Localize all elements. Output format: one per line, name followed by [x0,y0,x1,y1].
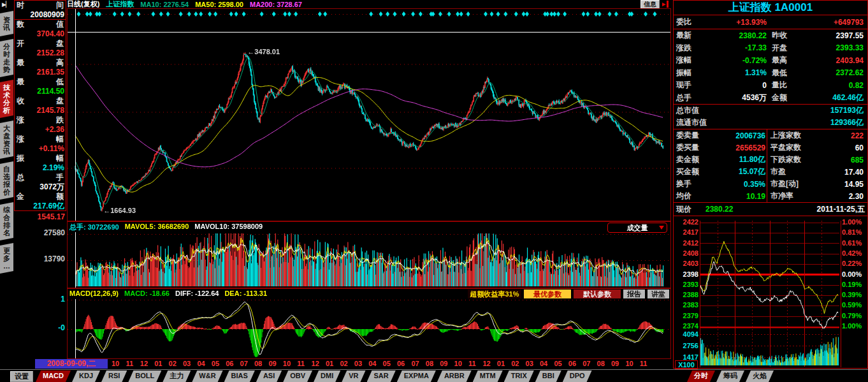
divider [14,19,66,20]
volume-indicator-selector[interactable]: 成交量 [607,223,667,233]
mini-percent-label: 0.22% [842,260,866,267]
mini-volume-label: 2756 [674,342,698,349]
right-tab[interactable]: 分时 [687,371,715,382]
month-label: 04 [197,360,205,367]
intraday-mini-chart[interactable]: 2422241724122408240323982393238823832379… [674,221,867,368]
month-label: 10 [454,360,462,367]
month-label: 10 [112,360,119,367]
indicator-tab-rsi[interactable]: RSI [101,371,127,382]
info-row-value: 217.69亿 [15,202,66,211]
indicator-tab-sar[interactable]: SAR [367,371,396,382]
indicator-tab-dpo[interactable]: DPO [563,371,592,382]
sidebar-tab-2[interactable]: 分时走势 [0,39,13,77]
current-price-row: 现价 2380.22 2011-11-25,五 [674,203,867,216]
indicator-tab-主力[interactable]: 主力 [163,371,191,382]
info-row-value: 2.19% [15,163,66,173]
lecture-button[interactable]: 讲堂 [647,290,669,298]
indicator-tab-asi[interactable]: ASI [256,371,282,382]
excess-return-badge: 超额收益率31% [468,290,521,298]
default-param-button[interactable]: 默认参数 [574,290,621,298]
mini-price-label: 2417 [674,228,698,236]
ma200-label: MA200: 3728.67 [250,1,302,8]
volume-chart[interactable]: 总手: 30722690 MAVOL5: 36682690 MAVOL10: 3… [67,221,671,288]
indicator-tab-trix[interactable]: TRIX [504,371,534,382]
weicha-value: +649793 [767,18,867,27]
macd-chart[interactable]: MACD(12,26,9) MACD: -18.66 DIFF: -122.64… [67,288,671,359]
indicator-tab-dmi[interactable]: DMI [314,371,340,382]
mini-percent-label: 1.00% [842,218,866,226]
mini-percent-label: 0.59% [842,301,866,309]
info-button[interactable]: 信息 [640,0,660,9]
quote-row: 涨幅-0.72%最高2403.94 [674,54,867,67]
collapse-sidebar-icon[interactable]: ▶▏ [2,1,12,9]
indicator-tab-bias[interactable]: BIAS [224,371,255,382]
report-button[interactable]: 报告 [623,290,645,298]
mini-volume-label: 4094 [674,330,698,338]
sidebar-tab-7[interactable]: 更多… [0,243,13,274]
right-tab[interactable]: 筹码 [716,371,744,382]
month-label: 05 [212,360,219,367]
month-label: 09 [268,360,276,367]
sidebar-tab-6[interactable]: 综合排名 [0,202,13,240]
month-label: 11 [297,360,305,367]
best-param-button[interactable]: 最优参数 [524,290,571,298]
indicator-tab-expma[interactable]: EXPMA [397,371,436,382]
indicator-tab-mtm[interactable]: MTM [473,371,503,382]
mini-price-label: 2398 [674,270,698,278]
indicator-tab-w&r[interactable]: W&R [192,371,222,382]
volume-axis-label-2: 13790 [19,254,65,263]
sidebar-tab-1[interactable]: 资讯 [0,11,13,36]
mini-price-label: 2403 [674,260,698,267]
month-label: 12 [312,360,319,367]
quote-row: 最新2380.22昨收2397.55 [674,29,867,42]
sidebar-tab-4[interactable]: 大盘资讯 [0,121,13,159]
settings-button[interactable]: 设置 [10,371,33,382]
volume-total-label: 总手: 30722690 [69,223,119,232]
indicator-tabs: MACDKDJRSIBOLL主力W&RBIASASIOBVDMIVRSAREXP… [36,371,592,382]
indicator-tab-boll[interactable]: BOLL [128,371,161,382]
indicator-tab-bbi[interactable]: BBI [535,371,561,382]
info-row-value: +0.11% [15,144,66,154]
info-row-label: 时间 [15,1,66,10]
macd-axis-label-2: -0 [19,323,65,332]
month-label: 11 [640,360,647,367]
month-label: 01 [497,360,505,367]
index-name-label: 上证指数 [106,0,134,9]
quote-rows: 最新2380.22昨收2397.55涨跌-17.33开盘2393.33涨幅-0.… [674,29,867,104]
info-row-value: 2114.50 [15,87,66,96]
month-label: 11 [468,360,476,367]
month-label: 08 [254,360,262,367]
mini-price-label: 2408 [674,249,698,257]
info-row-label: 总手 [15,173,66,182]
mini-percent-label: 0.19% [842,281,866,288]
quote-row: 总手4536万金额462.46亿 [674,92,867,105]
indicator-tab-vr[interactable]: VR [342,371,365,382]
main-candlestick-chart[interactable] [67,8,671,221]
macd-formula-label: MACD(12,26,9) [69,290,119,297]
crosshair-date-label: 2008-09-09,二 [35,359,108,369]
right-view-tabs: 分时筹码火焰 [687,371,774,382]
quote-row: 涨跌-17.33开盘2393.33 [674,42,867,55]
period-label[interactable]: 日线(复权) [67,0,99,9]
sidebar-tab-3[interactable]: 技术分析 [0,80,13,118]
indicator-tab-macd[interactable]: MACD [36,371,71,382]
weibi-row: 委比 +13.93% +649793 [674,15,867,29]
weibi-label: 委比 [674,17,709,27]
mini-percent-label: 0.00% [842,270,866,278]
sidebar-tab-5[interactable]: 自选报价 [0,161,13,200]
month-label: 02 [169,360,177,367]
market-stat-row: 委买量2656529平盘家数60 [674,142,867,154]
right-tab[interactable]: 火焰 [746,371,774,382]
mini-percent-label: 0.79% [842,312,866,320]
month-label: 07 [411,360,419,367]
month-label: 08 [426,360,433,367]
indicator-tab-obv[interactable]: OBV [283,371,312,382]
mavol10-label: MAVOL10: 37598009 [194,223,263,232]
indicator-tab-kdj[interactable]: KDJ [72,371,100,382]
diff-value-label: DIFF: -122.64 [175,290,219,297]
mini-price-label: 2422 [674,218,698,226]
indicator-tab-arbr[interactable]: ARBR [437,371,472,382]
market-stat-row: 委卖量2006736上涨家数222 [674,129,867,142]
exit-arrow-icon[interactable] [662,1,670,8]
mini-price-label: 2393 [674,281,698,288]
